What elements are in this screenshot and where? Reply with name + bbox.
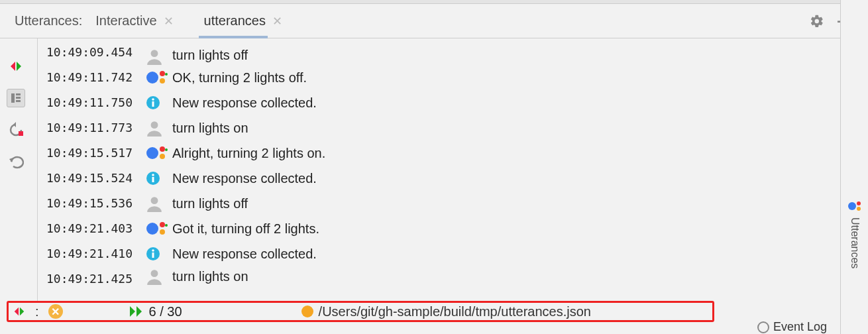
tab-interactive[interactable]: Interactive ✕	[90, 4, 178, 38]
svg-point-22	[146, 223, 158, 235]
svg-point-28	[152, 249, 154, 252]
separator: :	[35, 304, 39, 319]
svg-point-6	[146, 72, 158, 84]
cancel-icon[interactable]: ✕	[48, 304, 63, 319]
svg-point-8	[160, 78, 165, 84]
log-row: 10:49:11.742OK, turning 2 lights off.	[32, 65, 868, 90]
svg-point-12	[152, 98, 154, 101]
close-icon[interactable]: ✕	[164, 14, 174, 28]
log-row: 10:49:11.750New response collected.	[32, 90, 868, 115]
tool-window-label: Utterances:	[7, 13, 90, 28]
svg-rect-2	[16, 97, 21, 99]
log-message: Got it, turning off 2 lights.	[172, 217, 319, 241]
log-row: 10:49:15.524New response collected.	[32, 166, 868, 191]
assist-icon	[146, 220, 172, 237]
timestamp: 10:49:15.536	[46, 192, 146, 215]
timestamp: 10:49:15.524	[46, 166, 146, 190]
svg-point-7	[160, 71, 165, 76]
expand-collapse-icon[interactable]	[7, 57, 25, 76]
fast-forward-icon[interactable]	[129, 305, 144, 318]
assist-icon	[146, 144, 172, 162]
user-icon	[146, 268, 172, 285]
rerun-icon[interactable]	[7, 121, 25, 139]
tool-tab-bar: Utterances: Interactive ✕ utterances ✕ —	[0, 4, 868, 38]
user-icon	[146, 119, 172, 137]
svg-rect-19	[152, 177, 154, 182]
user-icon	[146, 48, 172, 65]
log-row: 10:49:21.410New response collected.	[32, 241, 868, 266]
event-log-label: Event Log	[773, 320, 827, 334]
log-row: 10:49:09.454turn lights off	[32, 40, 868, 65]
log-row: 10:49:21.403Got it, turning off 2 lights…	[32, 216, 868, 241]
undo-icon[interactable]	[7, 152, 25, 171]
svg-point-15	[160, 146, 165, 152]
file-path: /Users/git/gh-sample/build/tmp/utterance…	[319, 304, 591, 319]
log-message: New response collected.	[172, 91, 317, 115]
svg-rect-4	[19, 131, 23, 136]
svg-point-5	[151, 50, 158, 57]
svg-point-30	[848, 202, 856, 210]
log-message: OK, turning 2 lights off.	[172, 66, 307, 89]
svg-point-32	[857, 207, 861, 211]
log-message: turn lights off	[172, 192, 248, 215]
gear-icon[interactable]	[803, 14, 831, 28]
svg-point-25	[165, 224, 168, 227]
log-message: turn lights on	[172, 264, 248, 288]
svg-point-16	[160, 154, 165, 159]
svg-point-13	[151, 121, 158, 129]
log-row: 10:49:15.536turn lights off	[32, 191, 868, 216]
svg-point-23	[160, 222, 165, 227]
log-row: 10:49:11.773turn lights on	[32, 115, 868, 140]
svg-point-20	[152, 174, 154, 176]
log-row: 10:49:21.425turn lights on	[32, 266, 868, 292]
timestamp: 10:49:11.773	[46, 116, 146, 140]
svg-rect-27	[152, 252, 154, 258]
timestamp: 10:49:11.750	[46, 91, 146, 115]
event-log-icon	[757, 321, 769, 333]
timestamp: 10:49:15.517	[46, 141, 146, 165]
log-message: turn lights off	[172, 43, 248, 67]
assist-icon	[146, 69, 172, 86]
tab-label: utterances	[204, 13, 266, 28]
svg-point-14	[146, 147, 158, 159]
svg-point-9	[165, 73, 168, 76]
svg-point-29	[151, 270, 158, 277]
log-content[interactable]: 10:49:09.454turn lights off10:49:11.742O…	[32, 38, 868, 302]
log-message: New response collected.	[172, 242, 317, 266]
status-bar: : ✕ 6 / 30 /Users/git/gh-sample/build/tm…	[7, 301, 714, 322]
timestamp: 10:49:09.454	[46, 40, 146, 64]
log-message: New response collected.	[172, 166, 317, 190]
info-icon	[146, 247, 172, 261]
timestamp: 10:49:21.410	[46, 242, 146, 266]
user-icon	[146, 195, 172, 212]
sidebar-tab-utterances[interactable]: Utterances	[847, 199, 862, 268]
log-row: 10:49:15.517Alright, turning 2 lights on…	[32, 140, 868, 166]
svg-point-24	[160, 229, 165, 235]
svg-point-31	[857, 201, 861, 205]
svg-point-17	[165, 148, 168, 151]
left-toolbar	[0, 38, 32, 302]
sidebar-tab-label: Utterances	[849, 217, 861, 268]
timestamp: 10:49:11.742	[46, 66, 146, 89]
timestamp: 10:49:21.425	[46, 267, 146, 291]
info-icon	[146, 171, 172, 186]
layout-icon[interactable]	[7, 89, 25, 107]
progress-text: 6 / 30	[149, 304, 182, 319]
expand-collapse-icon[interactable]	[13, 305, 26, 318]
svg-rect-1	[16, 93, 21, 95]
close-icon[interactable]: ✕	[272, 14, 282, 28]
assistant-icon	[847, 199, 862, 213]
info-icon	[146, 95, 172, 110]
svg-rect-11	[152, 101, 154, 107]
tab-label: Interactive	[95, 13, 156, 28]
svg-point-21	[151, 197, 158, 204]
log-message: Alright, turning 2 lights on.	[172, 141, 325, 165]
svg-rect-0	[11, 93, 15, 103]
timestamp: 10:49:21.403	[46, 217, 146, 241]
right-sidebar: Utterances	[840, 0, 868, 334]
status-dot-icon	[301, 306, 313, 317]
log-message: turn lights on	[172, 116, 248, 140]
svg-rect-3	[16, 100, 21, 102]
event-log-button[interactable]: Event Log	[757, 320, 827, 334]
tab-utterances[interactable]: utterances ✕	[199, 4, 288, 38]
